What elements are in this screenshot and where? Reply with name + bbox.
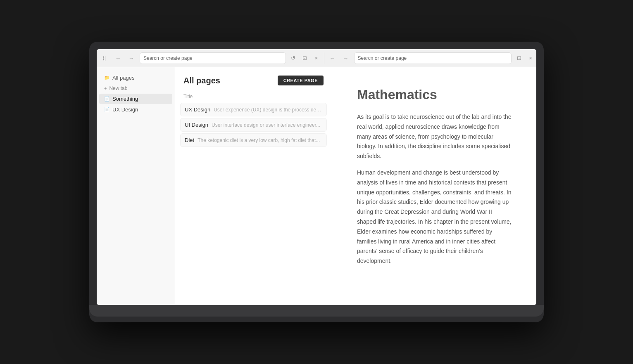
back-icon: ←	[115, 55, 121, 61]
sidebar-item-ux-design[interactable]: 📄 UX Design	[99, 104, 172, 115]
close-icon: ×	[315, 55, 318, 61]
refresh-icon: ↺	[291, 55, 295, 61]
left-search-bar[interactable]: Searcn or create page	[140, 52, 286, 64]
left-tab-group: ← → Searcn or create page ↺ ⊡	[112, 52, 322, 64]
right-back-button[interactable]: ←	[327, 52, 338, 64]
page-row-ux-design[interactable]: UX Design User experience (UX) design is…	[180, 103, 327, 116]
right-close-button[interactable]: ×	[525, 52, 536, 64]
expand-icon: ⊡	[517, 55, 521, 61]
pages-title: All pages	[183, 76, 220, 85]
content-paragraph-1: As its goal is to take neuroscience out …	[357, 112, 512, 161]
page-icon: 📄	[104, 96, 110, 102]
right-expand-button[interactable]: ⊡	[513, 52, 525, 64]
sidebar-item-new-tab[interactable]: + New tab	[99, 83, 172, 93]
right-tab-group: ← → Searcn or create page ⊡ ×	[326, 52, 537, 64]
right-forward-button[interactable]: →	[340, 52, 352, 64]
laptop-outer: ⟨| ← → Searcn or create page ↺	[89, 42, 544, 322]
sidebar-item-all-pages[interactable]: 📁 All pages	[99, 73, 172, 83]
table-column-header: Title	[180, 92, 327, 103]
page-excerpt: User interface design or user interface …	[212, 122, 320, 128]
left-back-button[interactable]: ←	[112, 52, 124, 64]
back-icon: ←	[330, 55, 336, 61]
sidebar: 📁 All pages + New tab 📄 Something 📄 UX D…	[97, 67, 175, 305]
expand-icon: ⊡	[302, 55, 307, 61]
left-refresh-button[interactable]: ↺	[288, 52, 299, 64]
content-paragraph-2: Human development and change is best und…	[357, 168, 512, 266]
app-chrome: ⟨| ← → Searcn or create page ↺	[97, 49, 536, 305]
page-excerpt: The ketogenic diet is a very low carb, h…	[198, 137, 320, 143]
forward-icon: →	[129, 55, 134, 61]
folder-icon: 📁	[104, 75, 110, 80]
right-search-bar[interactable]: Searcn or create page	[354, 52, 512, 64]
collapse-sidebar-button[interactable]: ⟨|	[97, 49, 112, 67]
left-expand-button[interactable]: ⊡	[299, 52, 311, 64]
page-name: UX Design	[185, 106, 210, 113]
pages-table: Title UX Design User experience (UX) des…	[175, 92, 332, 149]
tab-divider	[324, 52, 324, 64]
content-panel: Mathematics As its goal is to take neuro…	[332, 67, 536, 305]
sidebar-item-something[interactable]: 📄 Something	[99, 94, 172, 104]
forward-icon: →	[343, 55, 349, 61]
laptop-base	[89, 305, 544, 317]
laptop-screen: ⟨| ← → Searcn or create page ↺	[97, 49, 536, 305]
close-icon: ×	[529, 55, 532, 61]
page-row-ui-design[interactable]: UI Design User interface design or user …	[180, 118, 327, 132]
create-page-button[interactable]: CREATE PAGE	[278, 76, 324, 85]
left-close-button[interactable]: ×	[311, 52, 322, 64]
page-icon: 📄	[104, 107, 110, 112]
page-name: UI Design	[185, 122, 208, 128]
top-bar: ⟨| ← → Searcn or create page ↺	[97, 49, 536, 67]
plus-icon: +	[104, 86, 107, 91]
content-body: As its goal is to take neuroscience out …	[357, 112, 512, 266]
page-excerpt: User experience (UX) design is the proce…	[214, 107, 322, 113]
content-title: Mathematics	[357, 87, 512, 102]
left-forward-button[interactable]: →	[126, 52, 137, 64]
page-row-diet[interactable]: Diet The ketogenic diet is a very low ca…	[180, 133, 327, 147]
page-name: Diet	[185, 137, 194, 143]
main-content: 📁 All pages + New tab 📄 Something 📄 UX D…	[97, 67, 536, 305]
pages-header: All pages CREATE PAGE	[175, 67, 332, 92]
pages-panel: All pages CREATE PAGE Title UX Design Us…	[175, 67, 332, 305]
